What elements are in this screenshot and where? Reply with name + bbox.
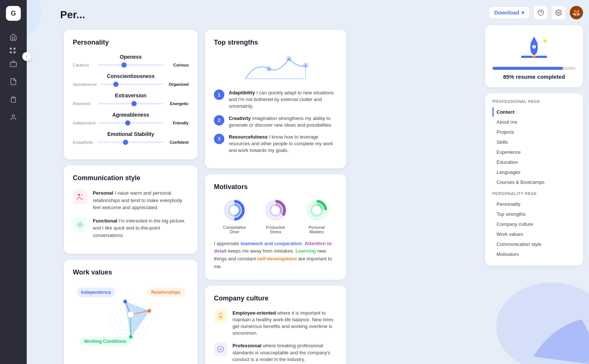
svg-point-53 (522, 50, 528, 54)
nav-link-company-culture[interactable]: Company culture (492, 220, 576, 229)
trait-extraversion-thumb (131, 101, 137, 106)
highlight-self-dev: self-development (257, 256, 297, 261)
rocket-illustration (514, 33, 554, 62)
communication-card: Communication style Personal I value war… (64, 165, 198, 254)
svg-marker-14 (125, 302, 149, 337)
culture-icon-professional (214, 342, 227, 356)
trait-conscientiousness-track[interactable] (100, 84, 163, 85)
trait-openess-thumb (121, 62, 127, 68)
trait-conscientiousness-right: Organized (166, 82, 189, 87)
wv-tag-independence: Independence (77, 287, 115, 297)
strength-number-2: 2 (214, 115, 224, 126)
strength-number-1: 1 (214, 90, 224, 100)
nav-card: Professional page Contect About me Proje… (485, 93, 583, 266)
strengths-chart: 2 1 3 (214, 54, 337, 84)
trait-openess-right: Curious (166, 63, 189, 67)
strength-text-2: Creativity Imagination strengthens my ab… (229, 115, 337, 129)
sidebar-item-file[interactable] (6, 74, 21, 89)
main-container: Per... Personality Openess Cautious Curi… (27, 0, 589, 364)
motivator-competitive-chart (222, 198, 246, 222)
trait-extraversion-track[interactable] (98, 103, 163, 104)
trait-emotional-stability: Emotional Stability Empathetic Confident (73, 131, 189, 144)
sidebar-item-briefcase[interactable] (6, 56, 21, 71)
motivator-productive: Productive Stress (261, 198, 290, 234)
svg-point-6 (81, 194, 83, 196)
nav-link-top-strengths[interactable]: Top strengths (492, 209, 576, 219)
nav-link-courses[interactable]: Courses & Bootcamps (492, 178, 576, 187)
svg-rect-2 (10, 62, 17, 67)
trait-agreeableness-label: Agreeableness (73, 112, 189, 118)
nav-professional-title: Professional page (492, 99, 576, 104)
comm-item-functional: Functional I'm interested in the big pic… (73, 217, 189, 239)
comm-item-personal: Personal I value warm and personal relat… (73, 189, 189, 211)
motivator-productive-label: Productive Stress (261, 225, 290, 234)
company-culture-title: Company culture (214, 295, 337, 302)
trait-extraversion-right: Energetic (166, 101, 189, 106)
nav-link-personality[interactable]: Personality (492, 199, 576, 209)
motivator-mastery-label: Personal Mastery (302, 225, 332, 234)
strength-number-3: 3 (214, 134, 224, 144)
sidebar-logo[interactable]: G (6, 6, 21, 21)
settings-button[interactable] (552, 6, 565, 19)
personality-title: Personality (73, 39, 189, 46)
culture-text-employee: Employee-oriented where it is important … (232, 310, 337, 337)
trait-emotional-stability-track[interactable] (98, 142, 163, 143)
culture-item-professional: Professional where breaking professional… (214, 342, 337, 363)
left-column: Personality Openess Cautious Curious Con… (64, 30, 198, 360)
help-button[interactable] (534, 6, 547, 19)
top-strengths-card: Top strengths 2 1 3 (205, 30, 346, 168)
motivator-competitive-label: Competative Drive (219, 225, 249, 234)
svg-marker-51 (543, 38, 548, 43)
strengths-svg: 2 1 3 (242, 54, 309, 84)
svg-rect-3 (13, 97, 14, 98)
nav-link-languages[interactable]: Languages (492, 168, 576, 177)
motivator-mastery: Personal Mastery (302, 198, 332, 234)
trait-openess-track[interactable] (98, 64, 163, 66)
trait-agreeableness-track[interactable] (98, 122, 163, 124)
svg-point-41 (219, 313, 222, 316)
svg-point-5 (78, 194, 80, 196)
communication-title: Communication style (73, 174, 189, 182)
sidebar-item-user[interactable] (6, 110, 21, 125)
culture-icon-employee (214, 310, 227, 323)
svg-point-50 (533, 46, 535, 48)
user-avatar[interactable]: 🦊 (570, 6, 583, 19)
nav-link-about[interactable]: About me (492, 117, 576, 127)
trait-emotional-stability-right: Confident (166, 140, 189, 144)
nav-link-motivators[interactable]: Motivators (492, 250, 576, 259)
header-bar: Download ▾ 🦊 (485, 6, 583, 19)
strength-item-2: 2 Creativity Imagination strengthens my … (214, 115, 337, 129)
content-area: Per... Personality Openess Cautious Curi… (27, 0, 485, 364)
sidebar-item-clipboard[interactable] (6, 92, 21, 107)
nav-link-education[interactable]: Education (492, 157, 576, 167)
motivator-productive-chart (264, 198, 287, 222)
download-button[interactable]: Download ▾ (489, 6, 530, 19)
personality-card: Personality Openess Cautious Curious Con… (64, 30, 198, 159)
nav-link-skills[interactable]: Skills (492, 137, 576, 147)
svg-text:2: 2 (268, 68, 270, 71)
comm-icon-personal (73, 189, 88, 204)
trait-extraversion-label: Extraversion (73, 92, 189, 98)
nav-link-projects[interactable]: Projects (492, 127, 576, 137)
resume-illustration (512, 33, 556, 62)
trait-agreeableness-thumb (125, 120, 130, 126)
nav-link-work-values[interactable]: Work values (492, 230, 576, 239)
resume-progress-fill (492, 67, 563, 70)
highlight-teamwork: teamwork and cooperation (241, 241, 302, 246)
trait-conscientiousness-label: Conscientiousness (73, 73, 189, 79)
trait-agreeableness-right: Friendly (166, 121, 189, 125)
collapse-arrow[interactable]: › (22, 52, 31, 61)
svg-point-7 (79, 224, 81, 226)
resume-progress-text: 85% resume completed (503, 74, 565, 80)
wv-tag-working-conditions: Working Conditions (79, 337, 131, 346)
nav-link-experience[interactable]: Experience (492, 147, 576, 157)
download-label: Download (494, 10, 519, 16)
nav-link-contect[interactable]: Contect (492, 107, 576, 117)
culture-item-employee: Employee-oriented where it is important … (214, 310, 337, 337)
sidebar-item-home[interactable] (6, 30, 21, 45)
trait-extraversion-left: Reserved (73, 101, 95, 106)
strength-item-3: 3 Resourcefulness I know how to leverage… (214, 134, 337, 154)
sidebar-item-grid[interactable] (10, 48, 17, 53)
work-values-card: Work values Independence Relationships (64, 260, 198, 364)
nav-link-communication-style[interactable]: Communication style (492, 240, 576, 249)
